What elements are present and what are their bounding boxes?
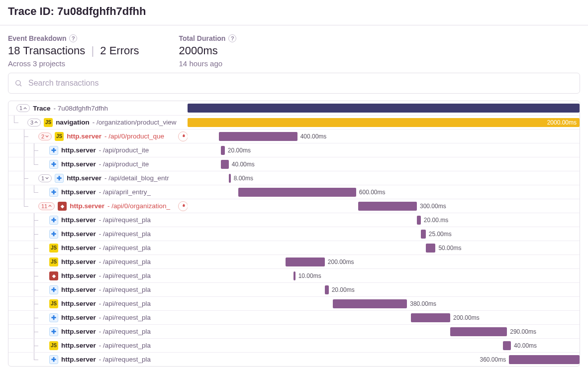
- search-input[interactable]: [27, 78, 574, 88]
- tree-connector: [30, 325, 37, 338]
- tree-connector: [20, 199, 27, 213]
- span-description: - /api/request_pla: [99, 244, 151, 252]
- duration-bar[interactable]: [188, 104, 580, 113]
- duration-bar[interactable]: [417, 216, 421, 225]
- span-operation: http.server: [61, 188, 96, 196]
- duration-bar[interactable]: [421, 230, 426, 239]
- error-fire-icon[interactable]: [178, 201, 188, 211]
- tree-connector: [10, 129, 17, 143]
- waterfall-row[interactable]: JShttp.server - /api/request_pla50.00ms: [8, 241, 580, 255]
- waterfall-row[interactable]: ✚http.server - /api/request_pla20.00ms: [8, 282, 580, 296]
- duration-bar[interactable]: [509, 355, 580, 364]
- divider: |: [91, 44, 94, 57]
- span-description: - /api/request_pla: [99, 216, 151, 224]
- span-description: - 7u08dfghfh7dfhh: [53, 105, 108, 112]
- span-operation: http.server: [67, 132, 101, 140]
- waterfall-row[interactable]: ✚http.server - /api/request_pla25.00ms: [8, 227, 580, 241]
- span-operation: http.server: [61, 300, 96, 307]
- js-icon: JS: [49, 341, 58, 350]
- tree-connector: [20, 129, 27, 143]
- tree-connector: [20, 185, 27, 199]
- errors-count: 2 Errors: [100, 44, 139, 57]
- child-count-pill[interactable]: 2: [38, 132, 52, 140]
- tree-connector: [20, 297, 27, 310]
- waterfall-row[interactable]: ✚http.server - /api/request_pla200.00ms: [8, 310, 580, 324]
- waterfall-row[interactable]: ✚http.server - /api/request_pla290.00ms: [8, 324, 580, 338]
- tree-connector: [20, 269, 27, 282]
- tree-connector: [20, 311, 27, 324]
- span-description: - /api/request_pla: [99, 230, 151, 238]
- tree-connector: [30, 241, 37, 255]
- summary-section: Event Breakdown ? 18 Transactions | 2 Er…: [0, 25, 588, 73]
- js-icon: JS: [55, 132, 64, 141]
- error-fire-icon[interactable]: [178, 131, 188, 141]
- waterfall-row[interactable]: JShttp.server - /api/request_pla40.00ms: [8, 338, 580, 352]
- duration-bar[interactable]: [411, 313, 450, 322]
- tree-connector: [10, 143, 17, 157]
- tree-connector: [10, 353, 17, 366]
- child-count-pill[interactable]: 3: [27, 119, 41, 127]
- waterfall-row[interactable]: JShttp.server - /api/request_pla380.00ms: [8, 296, 580, 310]
- waterfall-row[interactable]: 11 ◆http.server - /api/0/organization_30…: [8, 199, 580, 213]
- waterfall-row[interactable]: JShttp.server - /api/request_pla200.00ms: [8, 255, 580, 268]
- child-count-pill[interactable]: 1: [38, 174, 52, 182]
- span-operation: http.server: [61, 342, 96, 349]
- tree-connector: [10, 241, 17, 255]
- tree-connector: [20, 171, 27, 185]
- tree-connector: [10, 185, 17, 199]
- tree-connector: [10, 325, 17, 338]
- duration-bar[interactable]: [219, 132, 297, 141]
- duration-label: 10.00ms: [295, 269, 321, 283]
- duration-bar[interactable]: [221, 160, 229, 169]
- project-icon: ✚: [49, 355, 58, 364]
- ruby-icon: ◆: [58, 202, 67, 211]
- project-icon: ✚: [55, 174, 64, 183]
- duration-label: 20.00.ms: [421, 213, 448, 227]
- span-operation: http.server: [70, 202, 104, 210]
- duration-label: 600.00ms: [356, 185, 386, 199]
- projects-count: Across 3 projects: [8, 59, 139, 68]
- svg-point-0: [16, 81, 20, 85]
- duration-label: 40.00ms: [229, 157, 255, 171]
- waterfall-row[interactable]: 3 JSnavigation - /organization/product_v…: [8, 115, 580, 129]
- project-icon: ✚: [49, 313, 58, 322]
- span-operation: http.server: [61, 216, 96, 224]
- waterfall-row[interactable]: 1 Trace - 7u08dfghfh7dfhh: [8, 101, 580, 115]
- project-icon: ✚: [49, 146, 58, 155]
- waterfall-row[interactable]: ✚http.server - /api/product_ite20.00ms: [8, 143, 580, 157]
- trace-waterfall[interactable]: 1 Trace - 7u08dfghfh7dfhh3 JSnavigation …: [8, 101, 580, 367]
- waterfall-row[interactable]: ✚http.server - /api/product_ite40.00ms: [8, 157, 580, 171]
- duration-bar[interactable]: [450, 327, 507, 336]
- project-icon: ✚: [49, 160, 58, 169]
- help-icon[interactable]: ?: [228, 34, 236, 42]
- tree-connector: [10, 213, 17, 227]
- duration-bar[interactable]: [503, 341, 511, 350]
- waterfall-row[interactable]: 1 ✚http.server - /api/detail_blog_entr8.…: [8, 171, 580, 185]
- tree-connector: [20, 241, 27, 255]
- span-operation: http.server: [61, 258, 96, 265]
- trace-header: Trace ID: 7u08dfghfh7dfhh: [0, 0, 588, 25]
- search-bar[interactable]: [8, 73, 580, 94]
- span-description: - /api/request_pla: [99, 258, 151, 265]
- duration-bar[interactable]: [426, 244, 436, 253]
- waterfall-row[interactable]: ◆http.server - /api/request_pla10.00ms: [8, 268, 580, 282]
- waterfall-row[interactable]: ✚http.server - /api/april_entry_600.00ms: [8, 185, 580, 199]
- duration-bar[interactable]: [358, 202, 417, 211]
- tree-connector: [20, 325, 27, 338]
- duration-label: 400.00ms: [297, 129, 327, 143]
- span-operation: Trace: [33, 105, 50, 112]
- child-count-pill[interactable]: 1: [16, 104, 30, 112]
- duration-bar[interactable]: [238, 188, 356, 197]
- help-icon[interactable]: ?: [69, 34, 77, 42]
- span-description: - /api/request_pla: [99, 272, 151, 279]
- waterfall-row[interactable]: ✚http.server - /api/request_pla360.00ms: [8, 352, 580, 366]
- child-count-pill[interactable]: 11: [38, 202, 55, 210]
- duration-bar[interactable]: [221, 146, 225, 155]
- span-description: - /api/request_pla: [99, 342, 151, 349]
- duration-bar[interactable]: [325, 285, 329, 294]
- waterfall-row[interactable]: ✚http.server - /api/request_pla20.00.ms: [8, 213, 580, 227]
- duration-bar[interactable]: [286, 258, 325, 266]
- waterfall-row[interactable]: 2 JShttp.server - /api/0/product_que400.…: [8, 129, 580, 143]
- tree-connector: [10, 157, 17, 171]
- duration-bar[interactable]: [333, 299, 407, 308]
